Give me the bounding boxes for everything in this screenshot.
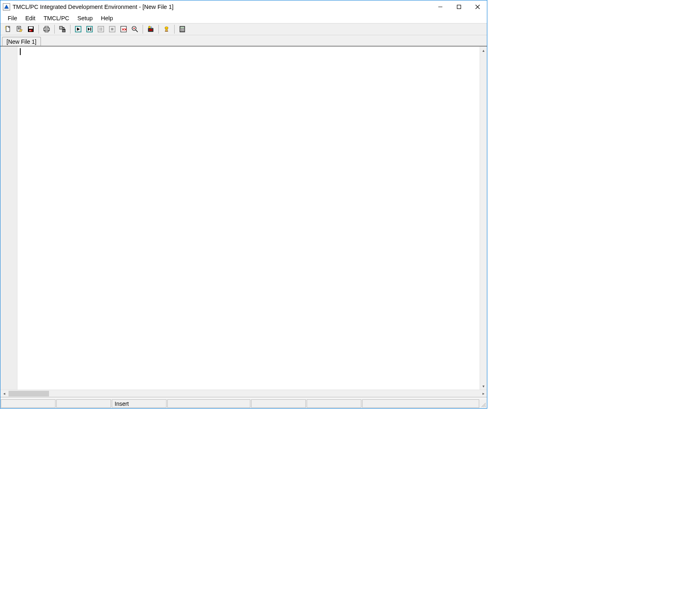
svg-rect-14 xyxy=(45,26,48,28)
close-button[interactable] xyxy=(468,0,487,13)
svg-rect-52 xyxy=(184,30,184,31)
horizontal-scrollbar[interactable]: ◂ ▸ xyxy=(0,390,487,397)
menu-help[interactable]: Help xyxy=(97,14,117,23)
zoom-button[interactable] xyxy=(130,24,140,34)
svg-rect-51 xyxy=(182,30,183,31)
menu-edit[interactable]: Edit xyxy=(21,14,39,23)
svg-rect-47 xyxy=(181,29,181,30)
svg-rect-19 xyxy=(60,26,62,29)
status-pane-4 xyxy=(167,399,250,408)
svg-point-42 xyxy=(165,27,168,29)
svg-rect-26 xyxy=(90,28,91,31)
status-pane-2 xyxy=(56,399,111,408)
debug-button[interactable]: ✕✕ xyxy=(118,24,129,34)
minimize-button[interactable] xyxy=(431,0,450,13)
svg-marker-0 xyxy=(4,5,9,9)
svg-rect-27 xyxy=(98,26,104,32)
document-tab[interactable]: [New File 1] xyxy=(2,37,41,46)
document-tabstrip: [New File 1] xyxy=(0,35,487,46)
svg-rect-11 xyxy=(29,27,33,29)
maximize-button[interactable] xyxy=(450,0,468,13)
run-button[interactable] xyxy=(73,24,83,34)
scroll-up-icon[interactable]: ▴ xyxy=(480,47,487,54)
stop-button[interactable] xyxy=(107,24,117,34)
menubar: File Edit TMCL/PC Setup Help xyxy=(0,13,487,23)
svg-line-36 xyxy=(136,30,138,32)
svg-rect-40 xyxy=(149,29,152,31)
scroll-thumb[interactable] xyxy=(9,391,49,396)
svg-point-41 xyxy=(149,26,151,28)
status-pane-7 xyxy=(362,399,479,408)
download-button[interactable] xyxy=(145,24,156,34)
pause-button[interactable] xyxy=(96,24,106,34)
print-button[interactable] xyxy=(41,24,52,34)
menu-file[interactable]: File xyxy=(4,14,21,23)
svg-rect-13 xyxy=(30,30,30,31)
svg-rect-46 xyxy=(181,27,184,28)
toolbar-separator xyxy=(174,25,175,34)
editor-area: ▴ ▾ ◂ ▸ xyxy=(0,46,487,397)
svg-line-55 xyxy=(485,406,486,407)
open-file-button[interactable] xyxy=(14,24,25,34)
svg-text:✕: ✕ xyxy=(124,28,127,32)
toolbar: ✕✕ xyxy=(0,23,487,35)
app-icon xyxy=(3,3,10,11)
scroll-down-icon[interactable]: ▾ xyxy=(480,382,487,390)
save-button[interactable] xyxy=(26,24,36,34)
toolbar-separator xyxy=(70,25,70,34)
svg-rect-2 xyxy=(457,5,461,9)
status-pane-6 xyxy=(307,399,361,408)
svg-rect-48 xyxy=(182,29,183,30)
app-window: TMCL/PC Integrated Development Environme… xyxy=(0,0,487,409)
calculator-button[interactable] xyxy=(177,24,188,34)
svg-rect-5 xyxy=(6,26,10,32)
assemble-button[interactable] xyxy=(57,24,68,34)
menu-setup[interactable]: Setup xyxy=(73,14,97,23)
svg-rect-31 xyxy=(111,28,113,30)
window-controls xyxy=(431,0,487,13)
vertical-scrollbar[interactable]: ▴ ▾ xyxy=(480,47,487,390)
svg-rect-28 xyxy=(100,28,100,31)
menu-tmclpc[interactable]: TMCL/PC xyxy=(39,14,73,23)
toolbar-separator xyxy=(54,25,55,34)
window-title: TMCL/PC Integrated Development Environme… xyxy=(13,4,431,10)
direct-mode-button[interactable] xyxy=(161,24,172,34)
toolbar-separator xyxy=(143,25,143,34)
new-file-button[interactable] xyxy=(3,24,13,34)
text-cursor xyxy=(20,48,21,55)
scroll-right-icon[interactable]: ▸ xyxy=(480,390,487,397)
svg-rect-49 xyxy=(184,29,184,30)
svg-marker-23 xyxy=(77,28,80,31)
svg-marker-25 xyxy=(88,28,90,31)
status-pane-1 xyxy=(1,399,55,408)
svg-rect-50 xyxy=(181,30,181,31)
status-pane-5 xyxy=(251,399,306,408)
editor-gutter xyxy=(0,47,17,390)
titlebar: TMCL/PC Integrated Development Environme… xyxy=(0,0,487,13)
step-button[interactable] xyxy=(84,24,95,34)
toolbar-separator xyxy=(158,25,159,34)
status-pane-insert-mode: Insert xyxy=(112,399,166,408)
editor-body: ▴ ▾ xyxy=(0,47,487,390)
code-editor[interactable] xyxy=(17,47,480,390)
toolbar-separator xyxy=(38,25,39,34)
svg-rect-29 xyxy=(101,28,102,31)
resize-grip[interactable] xyxy=(480,399,487,408)
statusbar: Insert xyxy=(0,399,487,408)
scroll-left-icon[interactable]: ◂ xyxy=(0,390,8,397)
